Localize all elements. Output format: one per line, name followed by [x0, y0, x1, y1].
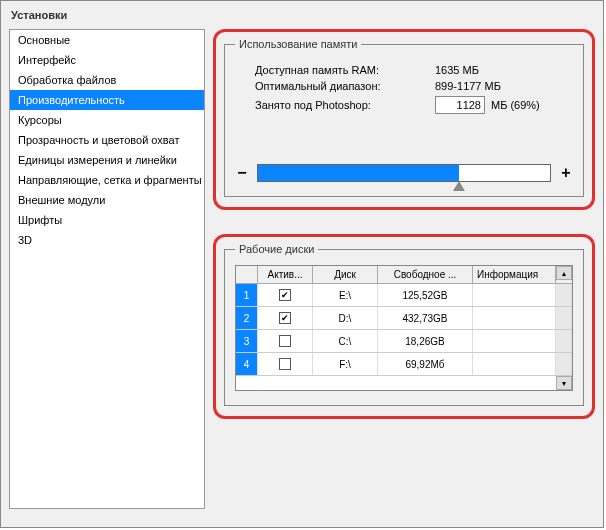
col-info-header[interactable]: Информация: [473, 266, 556, 283]
main-panel: Использование памяти Доступная память RA…: [213, 29, 595, 509]
optimal-value: 899-1177 МБ: [435, 80, 501, 92]
sidebar-item-guides[interactable]: Направляющие, сетка и фрагменты: [10, 170, 204, 190]
memory-slider[interactable]: [257, 164, 551, 182]
content-area: Основные Интерфейс Обработка файлов Прои…: [1, 29, 603, 517]
row-info: [473, 330, 556, 352]
table-row[interactable]: 4F:\69,92Мб: [236, 353, 572, 376]
scroll-up-icon[interactable]: ▴: [556, 266, 572, 280]
minus-icon[interactable]: −: [235, 164, 249, 182]
used-label: Занято под Photoshop:: [255, 99, 435, 111]
table-body: 1✔E:\125,52GB2✔D:\432,73GB3C:\18,26GB4F:…: [236, 284, 572, 376]
sidebar-item-cursors[interactable]: Курсоры: [10, 110, 204, 130]
row-disk: E:\: [313, 284, 378, 306]
category-sidebar: Основные Интерфейс Обработка файлов Прои…: [9, 29, 205, 509]
memory-legend: Использование памяти: [235, 38, 361, 50]
row-free: 432,73GB: [378, 307, 473, 329]
checkbox-icon[interactable]: [279, 335, 291, 347]
sidebar-item-plugins[interactable]: Внешние модули: [10, 190, 204, 210]
memory-slider-row: − +: [235, 164, 573, 182]
table-header: Актив... Диск Свободное ... Информация ▴: [236, 266, 572, 284]
row-active-cell[interactable]: [258, 330, 313, 352]
row-free: 18,26GB: [378, 330, 473, 352]
memory-fieldset: Использование памяти Доступная память RA…: [224, 38, 584, 197]
row-disk: D:\: [313, 307, 378, 329]
row-disk: C:\: [313, 330, 378, 352]
memory-available-row: Доступная память RAM: 1635 МБ: [255, 64, 573, 76]
checkbox-icon[interactable]: [279, 358, 291, 370]
memory-used-row: Занято под Photoshop: МБ (69%): [255, 96, 573, 114]
table-row[interactable]: 2✔D:\432,73GB: [236, 307, 572, 330]
sidebar-item-interface[interactable]: Интерфейс: [10, 50, 204, 70]
used-input[interactable]: [435, 96, 485, 114]
row-active-cell[interactable]: ✔: [258, 307, 313, 329]
row-disk: F:\: [313, 353, 378, 375]
row-free: 125,52GB: [378, 284, 473, 306]
col-disk-header[interactable]: Диск: [313, 266, 378, 283]
sidebar-item-file-handling[interactable]: Обработка файлов: [10, 70, 204, 90]
memory-highlight: Использование памяти Доступная память RA…: [213, 29, 595, 210]
slider-thumb-icon[interactable]: [453, 181, 465, 191]
window-title: Установки: [1, 1, 603, 29]
slider-fill: [258, 165, 459, 181]
row-num: 1: [236, 284, 258, 306]
scroll-track: [556, 353, 572, 375]
row-info: [473, 353, 556, 375]
scroll-track: [556, 307, 572, 329]
plus-icon[interactable]: +: [559, 164, 573, 182]
sidebar-item-3d[interactable]: 3D: [10, 230, 204, 250]
row-free: 69,92Мб: [378, 353, 473, 375]
row-num: 3: [236, 330, 258, 352]
table-row[interactable]: 3C:\18,26GB: [236, 330, 572, 353]
row-active-cell[interactable]: [258, 353, 313, 375]
sidebar-item-performance[interactable]: Производительность: [10, 90, 204, 110]
disks-fieldset: Рабочие диски Актив... Диск Свободное ..…: [224, 243, 584, 406]
sidebar-item-general[interactable]: Основные: [10, 30, 204, 50]
preferences-window: Установки Основные Интерфейс Обработка ф…: [0, 0, 604, 528]
checkbox-icon[interactable]: ✔: [279, 312, 291, 324]
row-info: [473, 307, 556, 329]
optimal-label: Оптимальный диапазон:: [255, 80, 435, 92]
sidebar-item-transparency[interactable]: Прозрачность и цветовой охват: [10, 130, 204, 150]
available-value: 1635 МБ: [435, 64, 479, 76]
disks-table: Актив... Диск Свободное ... Информация ▴…: [235, 265, 573, 391]
scroll-track: [556, 284, 572, 306]
disks-legend: Рабочие диски: [235, 243, 318, 255]
disks-highlight: Рабочие диски Актив... Диск Свободное ..…: [213, 234, 595, 419]
table-row[interactable]: 1✔E:\125,52GB: [236, 284, 572, 307]
row-num: 4: [236, 353, 258, 375]
row-info: [473, 284, 556, 306]
col-num-header: [236, 266, 258, 283]
row-num: 2: [236, 307, 258, 329]
sidebar-item-type[interactable]: Шрифты: [10, 210, 204, 230]
checkbox-icon[interactable]: ✔: [279, 289, 291, 301]
available-label: Доступная память RAM:: [255, 64, 435, 76]
col-active-header[interactable]: Актив...: [258, 266, 313, 283]
used-suffix: МБ (69%): [491, 99, 540, 111]
row-active-cell[interactable]: ✔: [258, 284, 313, 306]
scroll-track: [556, 330, 572, 352]
scroll-down-icon[interactable]: ▾: [556, 376, 572, 390]
col-free-header[interactable]: Свободное ...: [378, 266, 473, 283]
memory-optimal-row: Оптимальный диапазон: 899-1177 МБ: [255, 80, 573, 92]
sidebar-item-units[interactable]: Единицы измерения и линейки: [10, 150, 204, 170]
